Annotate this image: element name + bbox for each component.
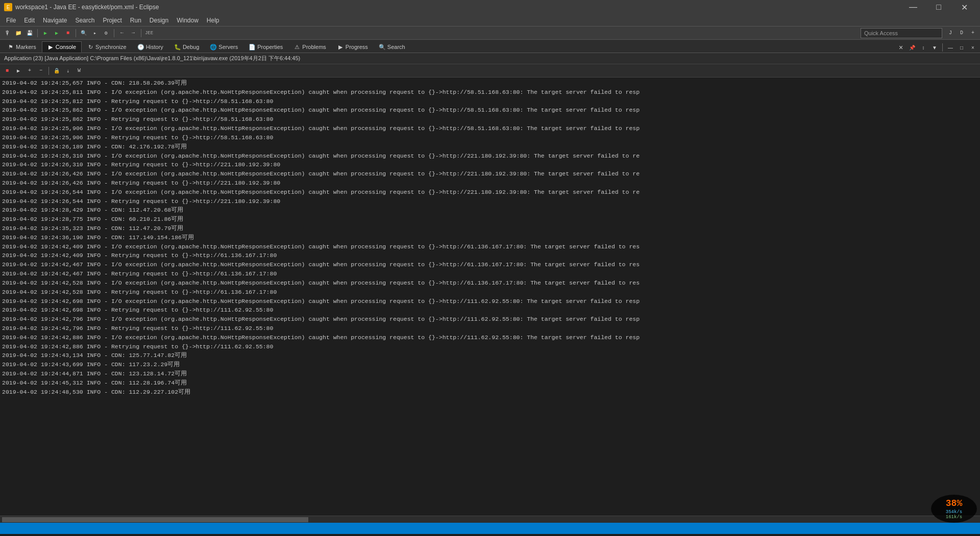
menu-run[interactable]: Run	[126, 15, 145, 26]
log-line: 2019-04-02 19:24:26,310 INFO - Retrying …	[2, 160, 978, 169]
toolbar-settings[interactable]: ⚙	[101, 28, 111, 38]
tab-synchronize[interactable]: ↻ Synchronize	[82, 41, 132, 53]
tab-problems[interactable]: ⚠ Problems	[288, 41, 331, 53]
toolbar-sep-2	[76, 29, 76, 37]
tab-servers[interactable]: 🌐 Servers	[205, 41, 243, 53]
console-wrapper: ■ ▶ + − 🔒 ⇣ W 2019-04-02 19:24:25,657 IN…	[0, 64, 980, 523]
console-clear-btn[interactable]: ×	[896, 42, 906, 53]
menu-file[interactable]: File	[2, 15, 20, 26]
toolbar-new[interactable]: ⍒	[2, 28, 12, 38]
toolbar-console[interactable]: ▸	[90, 28, 100, 38]
tab-servers-label: Servers	[218, 44, 238, 50]
log-line: 2019-04-02 19:24:42,796 INFO - Retrying …	[2, 324, 978, 333]
tab-history[interactable]: 🕐 History	[132, 41, 169, 53]
log-line: 2019-04-02 19:24:26,544 INFO - I/O excep…	[2, 188, 978, 197]
log-line: 2019-04-02 19:24:25,862 INFO - Retrying …	[2, 115, 978, 124]
title-bar-controls: — □ ✕	[901, 0, 976, 14]
tab-progress-label: Progress	[346, 44, 368, 50]
log-line: 2019-04-02 19:24:25,862 INFO - I/O excep…	[2, 106, 978, 115]
toolbar-forward[interactable]: →	[128, 28, 138, 38]
toolbar-stop[interactable]: ■	[63, 28, 73, 38]
menu-window[interactable]: Window	[173, 15, 203, 26]
toolbar-java-ee[interactable]: JEE	[144, 28, 154, 38]
tab-console-label: Console	[56, 44, 76, 50]
console-pin-btn[interactable]: 📌	[907, 42, 917, 53]
toolbar-perspective-debug[interactable]: D	[957, 28, 967, 38]
panel-maximize[interactable]: □	[957, 42, 967, 53]
console-lock[interactable]: 🔒	[52, 66, 62, 76]
minimize-button[interactable]: —	[901, 0, 925, 14]
menu-navigate[interactable]: Navigate	[39, 15, 71, 26]
servers-icon: 🌐	[210, 44, 216, 50]
log-line: 2019-04-02 19:24:25,906 INFO - Retrying …	[2, 133, 978, 142]
toolbar-debug[interactable]: ▶	[52, 28, 62, 38]
toolbar-search[interactable]: 🔍	[79, 28, 89, 38]
search-icon: 🔍	[379, 44, 385, 50]
log-line: 2019-04-02 19:24:42,886 INFO - I/O excep…	[2, 333, 978, 342]
tab-markers-label: Markers	[16, 44, 36, 50]
panel-sep-1	[942, 43, 943, 52]
menu-project[interactable]: Project	[99, 15, 126, 26]
ctb-sep-1	[48, 67, 49, 75]
log-line: 2019-04-02 19:24:26,426 INFO - I/O excep…	[2, 169, 978, 178]
panel-minimize[interactable]: —	[945, 42, 955, 53]
toolbar-sep-3	[114, 29, 114, 37]
menu-search[interactable]: Search	[71, 15, 99, 26]
log-line: 2019-04-02 19:24:25,657 INFO - CDN: 218.…	[2, 79, 978, 88]
tab-console[interactable]: ▶ Console	[42, 41, 82, 53]
scrollbar-thumb[interactable]	[2, 517, 308, 522]
tab-properties-label: Properties	[257, 44, 283, 50]
console-remove[interactable]: −	[36, 66, 46, 76]
toolbar-open[interactable]: 📁	[13, 28, 23, 38]
horizontal-scrollbar[interactable]	[0, 516, 980, 523]
log-line: 2019-04-02 19:24:42,886 INFO - Retrying …	[2, 342, 978, 351]
log-line: 2019-04-02 19:24:26,310 INFO - I/O excep…	[2, 151, 978, 161]
tab-search-label: Search	[387, 44, 405, 50]
menu-help[interactable]: Help	[203, 15, 224, 26]
toolbar-save[interactable]: 💾	[24, 28, 35, 38]
console-content[interactable]: 2019-04-02 19:24:25,657 INFO - CDN: 218.…	[0, 78, 980, 516]
app-title-bar: Application (23) [Java Application] C:\P…	[0, 53, 980, 64]
maximize-button[interactable]: □	[927, 0, 950, 14]
tab-markers[interactable]: ⚑ Markers	[2, 41, 42, 53]
toolbar-run[interactable]: ▶	[40, 28, 51, 38]
console-terminate[interactable]: ■	[2, 66, 12, 76]
tab-search[interactable]: 🔍 Search	[374, 41, 411, 53]
log-line: 2019-04-02 19:24:26,544 INFO - Retrying …	[2, 197, 978, 206]
menu-edit[interactable]: Edit	[20, 15, 39, 26]
tab-debug[interactable]: 🐛 Debug	[169, 41, 205, 53]
console-follow[interactable]: ⇣	[63, 66, 73, 76]
console-relaunch[interactable]: ▶	[13, 66, 23, 76]
tab-progress[interactable]: ▶ Progress	[332, 41, 374, 53]
scrollbar-track[interactable]	[0, 517, 980, 522]
console-new[interactable]: +	[24, 66, 35, 76]
panel-close[interactable]: ×	[968, 42, 978, 53]
log-line: 2019-04-02 19:24:28,775 INFO - CDN: 60.2…	[2, 215, 978, 224]
console-word-wrap[interactable]: W	[74, 66, 84, 76]
close-button[interactable]: ✕	[952, 0, 976, 14]
eclipse-icon: E	[4, 3, 12, 11]
log-line: 2019-04-02 19:24:42,409 INFO - I/O excep…	[2, 242, 978, 251]
log-line: 2019-04-02 19:24:28,429 INFO - CDN: 112.…	[2, 206, 978, 215]
tab-synchronize-label: Synchronize	[95, 44, 127, 50]
log-line: 2019-04-02 19:24:45,312 INFO - CDN: 112.…	[2, 378, 978, 388]
log-line: 2019-04-02 19:24:42,409 INFO - Retrying …	[2, 251, 978, 260]
log-line: 2019-04-02 19:24:44,871 INFO - CDN: 123.…	[2, 369, 978, 378]
toolbar-back[interactable]: ←	[117, 28, 127, 38]
app-title-text: Application (23) [Java Application] C:\P…	[4, 55, 300, 62]
log-line: 2019-04-02 19:24:42,467 INFO - Retrying …	[2, 269, 978, 278]
toolbar-sep-1	[37, 29, 38, 37]
console-collapse-btn[interactable]: ▼	[929, 42, 940, 53]
menu-design[interactable]: Design	[145, 15, 173, 26]
toolbar-perspective-java[interactable]: J	[945, 28, 955, 38]
tab-history-label: History	[146, 44, 163, 50]
progress-icon: ▶	[337, 44, 344, 50]
problems-icon: ⚠	[294, 44, 300, 50]
tab-debug-label: Debug	[183, 44, 199, 50]
console-scroll-btn[interactable]: ↕	[918, 42, 928, 53]
quick-access-input[interactable]: Quick Access	[861, 28, 942, 38]
toolbar-perspective-add[interactable]: +	[968, 28, 978, 38]
log-line: 2019-04-02 19:24:42,796 INFO - I/O excep…	[2, 315, 978, 324]
tab-properties[interactable]: 📄 Properties	[243, 41, 288, 53]
properties-icon: 📄	[249, 44, 255, 50]
